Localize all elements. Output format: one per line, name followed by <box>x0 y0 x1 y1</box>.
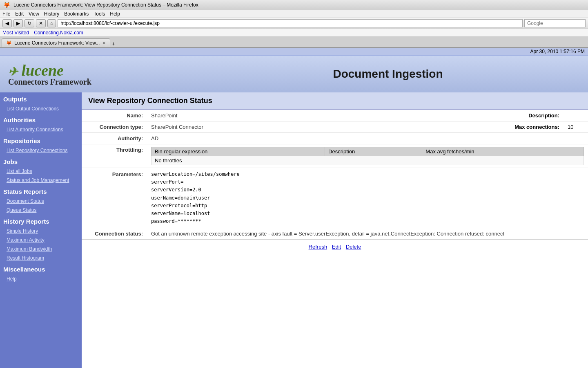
connection-status-value: Got an unknown remote exception accessin… <box>147 228 588 240</box>
browser-toolbar: ◀ ▶ ↻ ✕ ⌂ <box>0 18 588 29</box>
menu-help[interactable]: Help <box>110 11 120 17</box>
menu-view[interactable]: View <box>29 11 39 17</box>
connection-type-value: SharePoint Connector <box>147 121 354 133</box>
parameters-row: Parameters: serverLocation=/sites/somwhe… <box>82 168 588 228</box>
sidebar-section-authorities: Authorities <box>0 113 82 125</box>
menu-bookmarks[interactable]: Bookmarks <box>64 11 89 17</box>
sidebar-item-list-repository-connections[interactable]: List Repository Connections <box>0 146 82 155</box>
sidebar: Outputs List Output Connections Authorit… <box>0 92 82 368</box>
bookmark-nokia[interactable]: Connecting.Nokia.com <box>34 30 83 36</box>
sidebar-section-jobs: Jobs <box>0 155 82 167</box>
bookmarks-bar: Most Visited Connecting.Nokia.com <box>0 29 588 37</box>
sidebar-section-history-reports: History Reports <box>0 215 82 227</box>
throttle-no-data: No throttles <box>151 156 584 165</box>
sidebar-section-miscellaneous: Miscellaneous <box>0 263 82 274</box>
browser-title: Lucene Connectors Framework: View Reposi… <box>13 2 198 8</box>
connection-type-label: Connection type: <box>82 121 147 133</box>
menu-bar: File Edit View History Bookmarks Tools H… <box>0 10 588 18</box>
sidebar-item-maximum-activity[interactable]: Maximum Activity <box>0 236 82 245</box>
refresh-link[interactable]: Refresh <box>309 244 327 250</box>
tab-label: Lucene Connectors Framework: View... <box>14 40 100 46</box>
parameters-value: serverLocation=/sites/somwhere serverPor… <box>147 168 588 228</box>
sidebar-item-document-status[interactable]: Document Status <box>0 197 82 206</box>
bookmark-most-visited[interactable]: Most Visited <box>2 30 29 36</box>
throttle-table: Bin regular expression Description Max a… <box>151 147 584 165</box>
home-button[interactable]: ⌂ <box>47 19 56 27</box>
throttle-col2-header: Description <box>325 147 422 156</box>
page-title-area: Document Ingestion <box>188 67 588 81</box>
sidebar-item-queue-status[interactable]: Queue Status <box>0 206 82 215</box>
datetime-display: Apr 30, 2010 1:57:16 PM <box>530 49 585 54</box>
name-row: Name: SharePoint Description: <box>82 110 588 121</box>
name-label: Name: <box>82 110 147 121</box>
info-table: Name: SharePoint Description: Connection… <box>82 110 588 254</box>
edit-link[interactable]: Edit <box>332 244 341 250</box>
sidebar-item-help[interactable]: Help <box>0 274 82 283</box>
sidebar-section-status-reports: Status Reports <box>0 185 82 197</box>
menu-history[interactable]: History <box>44 11 59 17</box>
authority-row: Authority: AD <box>82 133 588 144</box>
active-tab[interactable]: 🦊 Lucene Connectors Framework: View... ✕ <box>2 38 110 47</box>
main-content: View Repository Connection Status Name: … <box>82 92 588 368</box>
tabs-bar: 🦊 Lucene Connectors Framework: View... ✕… <box>0 37 588 48</box>
description-label: Description: <box>382 110 564 121</box>
max-connections-value: 10 <box>564 121 588 133</box>
authority-label: Authority: <box>82 133 147 144</box>
max-connections-label: Max connections: <box>382 121 564 133</box>
throttling-content: Bin regular expression Description Max a… <box>147 144 588 168</box>
logo-area: ✈ lucene Connectors Framework <box>0 57 188 91</box>
sidebar-item-list-all-jobs[interactable]: List all Jobs <box>0 167 82 176</box>
description-value <box>564 110 588 121</box>
search-bar[interactable] <box>524 19 586 27</box>
throttling-row: Throttling: Bin regular expression Descr… <box>82 144 588 168</box>
sidebar-item-result-histogram[interactable]: Result Histogram <box>0 254 82 263</box>
logo-text: ✈ lucene Connectors Framework <box>8 61 91 87</box>
new-tab-button[interactable]: + <box>112 40 115 47</box>
menu-file[interactable]: File <box>2 11 10 17</box>
forward-button[interactable]: ▶ <box>13 19 23 27</box>
sidebar-item-maximum-bandwidth[interactable]: Maximum Bandwidth <box>0 245 82 254</box>
menu-tools[interactable]: Tools <box>94 11 105 17</box>
throttle-col3-header: Max avg fetches/min <box>422 147 584 156</box>
throttle-col1-header: Bin regular expression <box>151 147 325 156</box>
tab-close-button[interactable]: ✕ <box>102 40 106 46</box>
page-main-title: Document Ingestion <box>333 67 443 80</box>
content-heading: View Repository Connection Status <box>82 92 588 110</box>
connection-status-row: Connection status: Got an unknown remote… <box>82 228 588 240</box>
address-bar[interactable] <box>58 19 523 27</box>
name-value: SharePoint <box>147 110 354 121</box>
sidebar-section-repositories: Repositories <box>0 134 82 146</box>
throttling-label: Throttling: <box>82 144 147 168</box>
menu-edit[interactable]: Edit <box>15 11 24 17</box>
sidebar-item-list-authority-connections[interactable]: List Authority Connections <box>0 125 82 134</box>
logo-lucene: ✈ lucene <box>8 61 91 79</box>
body-area: Outputs List Output Connections Authorit… <box>0 92 588 368</box>
authority-value: AD <box>147 133 354 144</box>
sidebar-item-status-job-management[interactable]: Status and Job Management <box>0 176 82 185</box>
reload-button[interactable]: ↻ <box>24 19 34 27</box>
datetime-bar: Apr 30, 2010 1:57:16 PM <box>0 48 588 56</box>
back-button[interactable]: ◀ <box>2 19 12 27</box>
tab-icon: 🦊 <box>6 40 12 46</box>
sidebar-section-outputs: Outputs <box>0 92 82 104</box>
logo-framework: Connectors Framework <box>8 77 91 87</box>
sidebar-item-list-output-connections[interactable]: List Output Connections <box>0 104 82 113</box>
stop-button[interactable]: ✕ <box>36 19 46 27</box>
header-area: ✈ lucene Connectors Framework Document I… <box>0 56 588 92</box>
connection-status-label: Connection status: <box>82 228 147 240</box>
app-wrapper: ✈ lucene Connectors Framework Document I… <box>0 56 588 368</box>
actions-row: Refresh Edit Delete <box>82 240 588 254</box>
parameters-label: Parameters: <box>82 168 147 228</box>
browser-titlebar: 🦊 Lucene Connectors Framework: View Repo… <box>0 0 588 10</box>
delete-link[interactable]: Delete <box>346 244 361 250</box>
parameters-text: serverLocation=/sites/somwhere serverPor… <box>151 171 584 225</box>
actions-cell: Refresh Edit Delete <box>82 240 588 254</box>
connection-type-row: Connection type: SharePoint Connector Ma… <box>82 121 588 133</box>
firefox-icon: 🦊 <box>3 2 10 8</box>
sidebar-item-simple-history[interactable]: Simple History <box>0 227 82 236</box>
